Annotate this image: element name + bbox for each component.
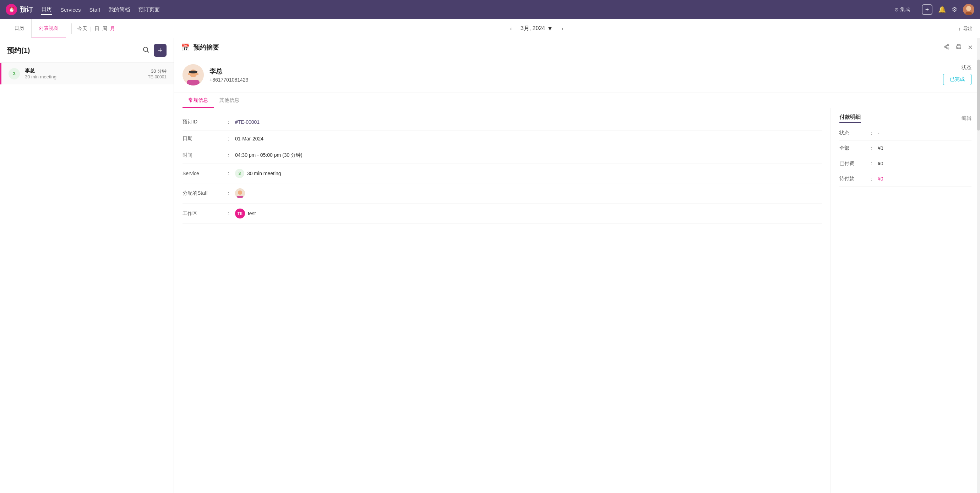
nav-logo[interactable]: ⏰ 预订 [6, 4, 33, 15]
add-appointment-button[interactable]: + [154, 44, 167, 57]
field-label-staff: 分配的Staff [183, 190, 225, 197]
share-button[interactable] [943, 44, 950, 52]
apt-name: 李总 [25, 68, 143, 74]
staff-avatar-icon [235, 188, 245, 198]
tab-other-info[interactable]: 其他信息 [214, 93, 245, 108]
apt-duration: 30 分钟 [148, 68, 167, 75]
field-value-service: 3 30 min meeting [235, 169, 281, 178]
share-icon [943, 44, 950, 50]
status-section: 状态 已完成 [943, 65, 972, 85]
nav-integration[interactable]: ⊙ 集成 [894, 6, 910, 13]
dropdown-icon: ▼ [547, 25, 553, 32]
tab-general-info[interactable]: 常规信息 [183, 93, 214, 108]
close-button[interactable]: ✕ [967, 44, 973, 51]
date-title-text: 3月, 2024 [520, 25, 545, 32]
customer-name: 李总 [210, 67, 937, 76]
workspace-badge: TE [235, 209, 245, 219]
logo-icon: ⏰ [6, 4, 17, 15]
field-sep-date: : [228, 136, 229, 141]
customer-avatar [183, 64, 204, 86]
payment-status-label: 状态 [839, 130, 868, 136]
nav-item-profile[interactable]: 我的简档 [109, 5, 130, 14]
field-sep: : [228, 119, 229, 125]
date-center: ‹ 3月, 2024 ▼ › [115, 24, 958, 33]
field-workspace: 工作区 : TE test [183, 204, 822, 224]
payment-edit-button[interactable]: 编辑 [961, 115, 972, 122]
panel-header-title: 预约摘要 [194, 43, 940, 52]
svg-point-11 [188, 73, 190, 75]
panel-actions: ✕ [943, 44, 973, 52]
summary-customer: 李总 +8617701081423 状态 已完成 [174, 57, 980, 93]
status-badge[interactable]: 已完成 [943, 74, 972, 85]
integration-label: 集成 [900, 6, 910, 13]
export-button[interactable]: ↑ 导出 [958, 25, 973, 32]
service-name: 30 min meeting [247, 171, 281, 176]
field-label-date: 日期 [183, 135, 225, 142]
payment-paid-value: ¥0 [878, 161, 883, 166]
field-value-booking-id[interactable]: #TE-00001 [235, 119, 259, 125]
svg-rect-16 [237, 196, 243, 198]
field-time: 时间 : 04:30 pm - 05:00 pm (30 分钟) [183, 147, 822, 164]
field-value-staff [235, 188, 245, 198]
filter-week[interactable]: 周 [102, 25, 107, 32]
apt-badge-number: 3 [13, 71, 15, 76]
payment-paid-label: 已付费 [839, 160, 868, 167]
panel-header: 📅 预约摘要 ✕ [174, 38, 980, 57]
search-button[interactable] [142, 46, 150, 55]
appointment-item[interactable]: 3 李总 30 min meeting 30 分钟 TE-00001 [0, 63, 173, 84]
bell-icon[interactable]: 🔔 [938, 6, 946, 13]
scrollbar-track [977, 38, 980, 493]
svg-point-3 [143, 47, 148, 51]
workspace-badge-text: TE [237, 211, 242, 216]
next-month-button[interactable]: › [558, 24, 566, 33]
svg-point-15 [238, 190, 242, 195]
svg-point-12 [196, 73, 199, 75]
status-label-title: 状态 [943, 65, 972, 71]
tab-calendar[interactable]: 日历 [7, 19, 32, 38]
service-badge: 3 [235, 169, 244, 178]
payment-sep-total: : [871, 146, 872, 151]
field-value-time: 04:30 pm - 05:00 pm (30 分钟) [235, 152, 302, 159]
apt-meta: 30 分钟 TE-00001 [148, 68, 167, 79]
nav-avatar[interactable] [963, 4, 974, 15]
main-layout: 预约(1) + 3 李总 30 mi [0, 38, 980, 493]
avatar-icon [963, 4, 974, 15]
apt-badge: 3 [8, 68, 20, 79]
prev-month-button[interactable]: ‹ [507, 24, 514, 33]
left-panel-title: 预约(1) [7, 46, 30, 55]
filter-today[interactable]: 今天 [77, 25, 88, 32]
payment-header: 付款明细 编辑 [839, 114, 972, 123]
payment-total-value: ¥0 [878, 146, 883, 151]
field-label-service: Service [183, 171, 225, 176]
left-panel-actions: + [142, 44, 167, 57]
payment-paid-row: 已付费 : ¥0 [839, 156, 972, 171]
tab-list-view[interactable]: 列表视图 [32, 19, 66, 38]
export-icon: ↑ [958, 26, 961, 32]
nav-add-button[interactable]: + [922, 4, 932, 15]
field-staff: 分配的Staff : [183, 183, 822, 204]
field-label-time: 时间 [183, 152, 225, 159]
svg-rect-2 [966, 12, 972, 15]
filter-day[interactable]: 日 [94, 25, 99, 32]
nav-item-calendar[interactable]: 日历 [41, 5, 52, 15]
print-button[interactable] [956, 44, 962, 52]
customer-phone: +8617701081423 [210, 77, 937, 82]
detail-content: 预订ID : #TE-00001 日期 : 01-Mar-2024 时间 : 0… [174, 108, 980, 493]
apt-id: TE-00001 [148, 75, 167, 79]
payment-sep-status: : [871, 130, 872, 136]
date-title[interactable]: 3月, 2024 ▼ [520, 25, 553, 32]
svg-point-1 [966, 6, 971, 11]
filter-month[interactable]: 月 [110, 25, 115, 32]
field-sep-service: : [228, 171, 229, 176]
staff-avatar [235, 188, 245, 198]
nav-item-staff[interactable]: Staff [89, 5, 100, 14]
nav-item-services[interactable]: Services [60, 5, 81, 14]
payment-title: 付款明细 [839, 114, 861, 123]
gear-icon[interactable]: ⚙ [951, 6, 957, 13]
detail-right: 付款明细 编辑 状态 : - 全部 : ¥0 已付费 : ¥0 [831, 108, 980, 493]
scrollbar-thumb[interactable] [977, 60, 980, 130]
nav-item-booking-page[interactable]: 预订页面 [138, 5, 160, 14]
appointment-list: 3 李总 30 min meeting 30 分钟 TE-00001 [0, 63, 173, 493]
payment-total-label: 全部 [839, 145, 868, 151]
payment-pending-label: 待付款 [839, 176, 868, 182]
